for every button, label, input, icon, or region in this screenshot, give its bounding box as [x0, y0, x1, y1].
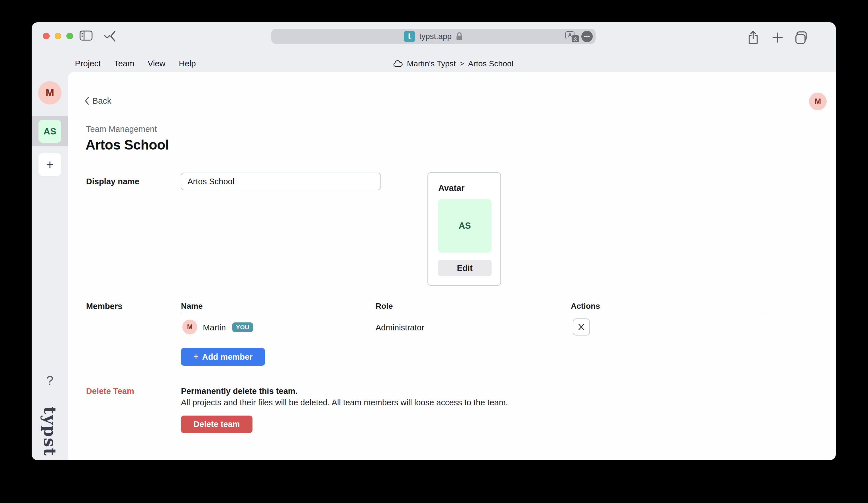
add-member-button[interactable]: + Add member — [181, 348, 265, 366]
edit-avatar-button[interactable]: Edit — [438, 260, 492, 276]
new-tab-icon[interactable] — [772, 32, 783, 43]
sidebar-team-avatar[interactable]: AS — [39, 120, 61, 143]
avatar-card: Avatar AS Edit — [427, 172, 501, 286]
help-icon[interactable]: ? — [32, 374, 68, 388]
member-avatar: M — [182, 319, 197, 334]
breadcrumb-current[interactable]: Artos School — [468, 59, 514, 69]
column-header-role: Role — [375, 302, 393, 311]
url-host-text: typst.app — [419, 32, 452, 41]
lock-icon — [456, 32, 463, 41]
delete-team-description: All projects and their files will be del… — [181, 398, 508, 407]
back-button[interactable]: Back — [84, 96, 111, 106]
translate-icon[interactable]: A 文 — [565, 31, 579, 42]
page-title: Artos School — [85, 137, 169, 153]
menu-view[interactable]: View — [148, 59, 165, 69]
typst-logo: typst — [40, 407, 60, 457]
add-workspace-button[interactable]: + — [39, 153, 61, 176]
address-bar-content: t typst.app — [404, 31, 463, 42]
plus-icon: + — [194, 351, 199, 362]
display-name-input[interactable] — [181, 172, 381, 190]
delete-team-button[interactable]: Delete team — [181, 416, 252, 433]
delete-team-heading: Permanently delete this team. — [181, 387, 298, 396]
account-avatar[interactable]: M — [809, 93, 827, 110]
sidebar-user-avatar[interactable]: M — [38, 81, 62, 105]
sidebar-toggle-icon[interactable] — [80, 30, 93, 41]
team-management-panel: M Back Team Management Artos School Disp… — [68, 72, 836, 460]
back-label: Back — [92, 96, 111, 106]
section-eyebrow: Team Management — [86, 125, 157, 134]
breadcrumb-workspace[interactable]: Martin's Typst — [407, 59, 456, 69]
breadcrumb: Martin's Typst > Artos School — [393, 55, 513, 72]
close-window-button[interactable] — [43, 33, 50, 39]
breadcrumb-separator: > — [459, 59, 464, 68]
sidebar-selected-highlight: AS — [32, 116, 68, 146]
close-icon — [577, 323, 586, 331]
menu-help[interactable]: Help — [179, 59, 196, 69]
workspace-sidebar: M AS + ? typst — [32, 72, 68, 460]
remove-member-button[interactable] — [573, 318, 590, 336]
browser-window: t typst.app A 文 ••• — [32, 22, 836, 460]
column-header-actions: Actions — [571, 302, 600, 311]
app-body: M AS + ? typst M Back Team Management Ar… — [32, 72, 836, 460]
member-role: Administrator — [375, 323, 424, 332]
browser-toolbar: t typst.app A 文 ••• — [32, 22, 836, 55]
back-chevron-icon — [84, 96, 90, 105]
display-name-label: Display name — [86, 177, 140, 186]
delete-team-section-label: Delete Team — [86, 387, 134, 396]
tab-overview-icon[interactable] — [795, 31, 808, 44]
toolbar-divider — [94, 31, 94, 47]
address-bar-actions: A 文 ••• — [565, 29, 593, 44]
table-divider — [181, 313, 764, 313]
more-options-icon[interactable]: ••• — [581, 31, 593, 42]
cloud-icon — [393, 60, 403, 67]
you-badge: YOU — [232, 322, 253, 332]
menu-team[interactable]: Team — [114, 59, 134, 69]
toolbar-right-actions — [739, 30, 836, 47]
team-avatar-preview: AS — [438, 199, 492, 253]
member-name: Martin — [203, 323, 226, 332]
address-bar[interactable]: t typst.app A 文 ••• — [271, 29, 596, 44]
minimize-window-button[interactable] — [55, 33, 61, 39]
app-menubar: Typst Project Team View Help Martin's Ty… — [32, 55, 836, 72]
avatar-card-title: Avatar — [438, 183, 465, 193]
zoom-window-button[interactable] — [66, 33, 73, 39]
back-navigation-icon[interactable] — [109, 30, 116, 42]
menu-project[interactable]: Project — [75, 59, 101, 69]
add-member-label: Add member — [202, 352, 252, 362]
column-header-name: Name — [181, 302, 203, 311]
typst-favicon: t — [404, 31, 415, 42]
menu-items: Typst Project Team View Help — [75, 55, 196, 72]
members-section-label: Members — [86, 302, 122, 311]
share-icon[interactable] — [747, 30, 759, 45]
